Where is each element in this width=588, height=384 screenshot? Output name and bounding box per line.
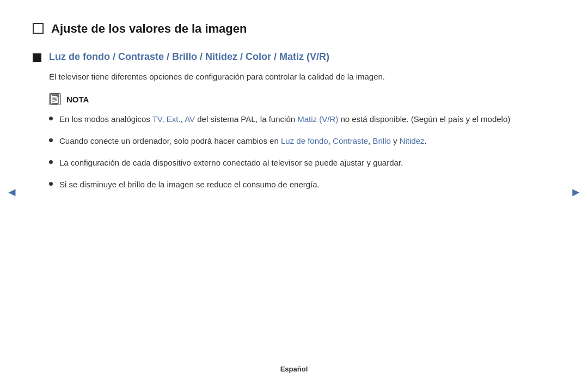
nota-label: NOTA [66, 95, 89, 104]
section-title: Luz de fondo / Contraste / Brillo / Niti… [49, 51, 329, 63]
svg-rect-0 [51, 94, 58, 104]
bullet-dot-icon [49, 160, 53, 164]
bullet-text-2: Cuando conecte un ordenador, solo podrá … [59, 135, 427, 148]
link-matiz[interactable]: Matiz (V/R) [297, 114, 338, 124]
bullet-list: En los modos analógicos TV, Ext., AV del… [49, 113, 544, 191]
left-arrow-icon: ◄ [6, 185, 18, 199]
square-bullet-icon [33, 53, 41, 62]
footer-language: Español [280, 365, 308, 373]
bullet-text-3: La configuración de cada dispositivo ext… [59, 156, 403, 169]
bullet-dot-icon [49, 138, 53, 142]
list-item: En los modos analógicos TV, Ext., AV del… [49, 113, 544, 126]
checkbox-icon [33, 23, 44, 34]
list-item: Cuando conecte un ordenador, solo podrá … [49, 135, 544, 148]
page-container: Ajuste de los valores de la imagen Luz d… [0, 0, 588, 384]
link-luz-fondo[interactable]: Luz de fondo [281, 136, 328, 145]
list-item: Si se disminuye el brillo de la imagen s… [49, 178, 544, 191]
page-title-text: Ajuste de los valores de la imagen [51, 22, 247, 36]
list-item: La configuración de cada dispositivo ext… [49, 156, 544, 169]
footer: Español [0, 365, 588, 373]
right-arrow-icon: ► [570, 185, 582, 199]
page-title-row: Ajuste de los valores de la imagen [33, 22, 544, 36]
link-av[interactable]: AV [185, 114, 195, 124]
link-ext[interactable]: Ext. [167, 114, 181, 124]
nav-arrow-left[interactable]: ◄ [5, 181, 19, 203]
link-contraste[interactable]: Contraste [333, 136, 368, 145]
nav-arrow-right[interactable]: ► [569, 181, 583, 203]
section-description: El televisor tiene diferentes opciones d… [49, 70, 544, 83]
bullet-text-1: En los modos analógicos TV, Ext., AV del… [59, 113, 510, 126]
nota-container: NOTA En los modos analógicos TV, Ext., A… [49, 93, 544, 191]
section-title-row: Luz de fondo / Contraste / Brillo / Niti… [33, 51, 544, 63]
nota-header: NOTA [49, 93, 544, 105]
link-brillo[interactable]: Brillo [372, 136, 390, 145]
link-tv[interactable]: TV [152, 114, 162, 124]
bullet-dot-icon [49, 182, 53, 186]
nota-icon [49, 93, 61, 105]
bullet-text-4: Si se disminuye el brillo de la imagen s… [59, 178, 320, 191]
link-nitidez[interactable]: Nitidez [400, 136, 425, 145]
bullet-dot-icon [49, 117, 53, 120]
